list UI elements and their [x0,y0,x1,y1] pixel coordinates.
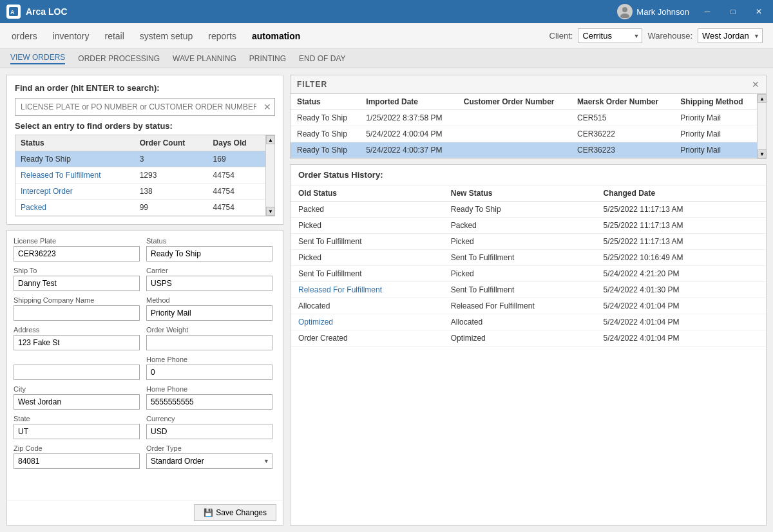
home-phone2-input[interactable] [146,394,272,410]
state-input[interactable] [14,424,140,439]
left-panel: Find an order (hit ENTER to search): ✕ S… [6,75,283,526]
scroll-down-btn[interactable]: ▼ [266,207,275,216]
subnav-wave-planning[interactable]: WAVE PLANNING [173,54,236,63]
order-type-select[interactable]: Standard Order [146,453,272,469]
history-date-cell: 5/24/2022 4:01:30 PM [596,282,743,298]
subnav-order-processing[interactable]: ORDER PROCESSING [78,54,160,63]
filter-scroll-track [758,103,766,149]
ship-to-label: Ship To [14,267,140,274]
app-title: Arca LOC [26,6,68,17]
method-label: Method [146,296,272,304]
filter-table-row[interactable]: Ready To Ship 5/24/2022 4:00:37 PM CER36… [291,142,757,158]
home-phone-label: Home Phone [146,356,272,363]
status-table-row[interactable]: Ready To Ship 3 169 [15,151,265,167]
status-field: Status [146,237,272,261]
history-table-row: Order Created Optimized 5/24/2022 4:01:0… [291,330,766,347]
warehouse-select[interactable]: West Jordan [698,28,763,43]
currency-input[interactable] [146,424,272,439]
client-select[interactable]: Cerritus [578,28,642,43]
filter-shipping-cell: Priority Mail [674,110,757,126]
filter-table-row[interactable]: Ready To Ship 5/24/2022 4:00:04 PM CER36… [291,126,757,142]
status-table-row[interactable]: Packed 99 44754 [15,200,265,216]
warehouse-dropdown-wrapper: West Jordan [698,28,763,43]
status-cell: Released To Fulfillment [15,167,135,184]
search-input[interactable] [15,98,275,116]
order-type-wrapper: Standard Order [146,453,272,469]
save-label: Save Changes [216,508,267,517]
currency-label: Currency [146,415,272,423]
right-panel: FILTER ✕ Status Imported Date Customer O… [290,75,767,526]
history-old-cell: Picked [291,218,443,234]
history-table-row: Sent To Fulfillment Picked 5/24/2022 4:2… [291,266,766,282]
nav-orders[interactable]: orders [10,28,39,44]
shipping-company-label: Shipping Company Name [14,296,140,304]
detail-row-6: City Home Phone [14,385,272,410]
state-field: State [14,415,140,439]
order-weight-input[interactable] [146,335,272,350]
state-label: State [14,415,140,423]
save-btn-row: 💾 Save Changes [7,500,283,525]
method-input[interactable] [146,305,272,321]
save-changes-button[interactable]: 💾 Save Changes [194,504,276,521]
status-input[interactable] [146,246,272,261]
ship-to-input[interactable] [14,276,140,291]
license-plate-input[interactable] [14,246,140,261]
shipping-company-input[interactable] [14,305,140,321]
subnav-printing[interactable]: PRINTING [249,54,286,63]
address-field: Address [14,326,140,350]
history-new-cell: Sent To Fulfillment [443,250,596,266]
address2-input[interactable] [14,365,140,380]
nav-inventory[interactable]: inventory [52,28,91,44]
user-area: Mark Johnson [617,4,689,19]
subnav-view-orders[interactable]: VIEW ORDERS [10,53,65,64]
history-new-cell: Ready To Ship [443,202,596,218]
subnav-end-of-day[interactable]: END OF DAY [299,54,345,63]
home-phone-input[interactable] [146,365,272,380]
order-weight-label: Order Weight [146,326,272,334]
city-field: City [14,385,140,410]
nav-reports[interactable]: reports [207,28,238,44]
maximize-button[interactable]: □ [725,5,741,18]
history-new-cell: Sent To Fulfillment [443,282,596,298]
count-cell: 138 [135,184,208,200]
search-label: Find an order (hit ENTER to search): [15,83,275,93]
history-col-new: New Status [443,185,596,202]
history-old-cell: Picked [291,250,443,266]
search-clear-button[interactable]: ✕ [263,102,271,112]
days-cell: 44754 [208,167,265,184]
filter-header: FILTER ✕ [291,75,766,94]
minimize-button[interactable]: ─ [700,5,715,18]
history-extra-cell [742,234,766,250]
detail-row-4: Address Order Weight [14,326,272,350]
scroll-track [266,144,274,207]
order-details-inner: License Plate Status Ship To Car [7,231,283,500]
zip-input[interactable] [14,453,140,469]
address-input[interactable] [14,335,140,350]
filter-scroll-up[interactable]: ▲ [758,94,767,103]
history-new-cell: Picked [443,234,596,250]
status-table-row[interactable]: Intercept Order 138 44754 [15,184,265,200]
filter-close-button[interactable]: ✕ [752,79,759,90]
filter-panel: FILTER ✕ Status Imported Date Customer O… [290,75,767,159]
filter-table-row[interactable]: Ready To Ship 1/25/2022 8:37:58 PM CER51… [291,110,757,126]
close-button[interactable]: ✕ [751,5,767,18]
nav-retail[interactable]: retail [104,28,126,44]
filter-scroll-down[interactable]: ▼ [758,149,767,158]
home-phone-field: Home Phone [146,356,272,380]
status-cell: Ready To Ship [15,151,135,167]
nav-automation[interactable]: automation [251,28,301,44]
history-old-cell: Packed [291,202,443,218]
status-col-header: Status [15,135,135,151]
city-input[interactable] [14,394,140,410]
history-extra-cell [742,250,766,266]
sub-nav: VIEW ORDERS ORDER PROCESSING WAVE PLANNI… [0,49,773,68]
scroll-up-btn[interactable]: ▲ [266,135,275,144]
carrier-input[interactable] [146,276,272,291]
history-table-row: Picked Packed 5/25/2022 11:17:13 AM [291,218,766,234]
history-new-cell: Picked [443,266,596,282]
status-table-row[interactable]: Released To Fulfillment 1293 44754 [15,167,265,184]
history-title: Order Status History: [291,165,766,185]
nav-system-setup[interactable]: system setup [138,28,194,44]
history-old-cell: Sent To Fulfillment [291,234,443,250]
history-extra-cell [742,202,766,218]
